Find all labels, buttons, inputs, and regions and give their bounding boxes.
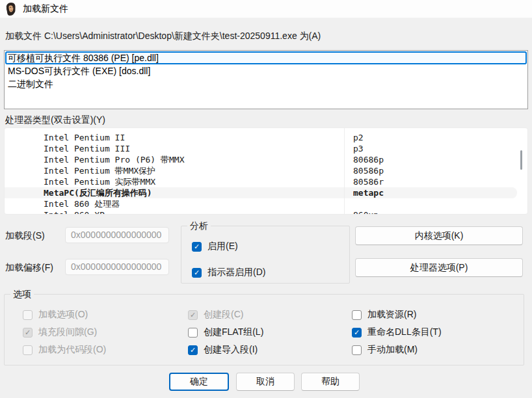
checkbox-label: 手动加载(M)	[367, 344, 418, 356]
processor-options-button[interactable]: 处理器选项(P)	[355, 258, 523, 277]
option-checkbox[interactable]: 加载资源(R)	[352, 309, 416, 321]
processor-name: Intel Pentium III	[5, 143, 344, 154]
processor-name: Intel Pentium II	[5, 132, 344, 143]
loading-segment-label: 加载段(S)	[5, 230, 45, 242]
ida-app-icon	[5, 2, 18, 16]
checkbox-box[interactable]	[352, 345, 362, 355]
loading-segment-input: 0x0000000000000000	[65, 227, 169, 243]
scrollbar-thumb[interactable]	[520, 150, 522, 170]
processor-id	[344, 198, 527, 209]
checkbox-box[interactable]	[188, 328, 198, 338]
processor-id: 80586p	[344, 165, 527, 176]
loading-offset-input: 0x0000000000000000	[65, 259, 169, 275]
help-button[interactable]: 帮助	[301, 373, 360, 391]
checkbox-label: 重命名DLL条目(T)	[367, 326, 442, 338]
checkbox-label: 指示器启用(D)	[207, 267, 265, 278]
checkbox-box[interactable]: ✓	[192, 268, 202, 278]
analysis-group: 分析 ✓启用(E)✓指示器启用(D)	[181, 226, 350, 284]
processor-id: metapc	[344, 187, 517, 198]
option-checkbox: 加载为代码段(O)	[23, 344, 106, 356]
loading-offset-label: 加载偏移(F)	[5, 262, 53, 274]
processor-row[interactable]: Intel Pentium 实际带MMX80586r	[5, 176, 527, 187]
cancel-button[interactable]: 取消	[236, 373, 295, 391]
options-group: 选项 加载选项(O)✓填充段间隙(G)加载为代码段(O)✓创建段(C)创建FLA…	[4, 294, 524, 365]
processor-id: 860xp	[344, 209, 527, 215]
analysis-group-title: 分析	[187, 220, 211, 232]
checkbox-box[interactable]: ✓	[352, 328, 362, 338]
processor-row[interactable]: Intel Pentium 带MMX保护80586p	[5, 165, 527, 176]
processor-name: Intel 860 处理器	[5, 198, 344, 209]
option-checkbox[interactable]: ✓重命名DLL条目(T)	[352, 326, 442, 338]
processor-row[interactable]: Intel Pentium IIp2	[5, 132, 527, 143]
processor-name: Intel Pentium Pro (P6) 带MMX	[5, 154, 344, 165]
checkbox-label: 启用(E)	[207, 241, 238, 252]
processor-id: 80686p	[344, 154, 527, 165]
option-checkbox: 加载选项(O)	[23, 309, 88, 321]
processor-name: Intel 860 XP	[5, 209, 344, 215]
checkbox-box	[23, 345, 33, 355]
option-checkbox[interactable]: 手动加载(M)	[352, 344, 418, 356]
checkbox-label: 创建导入段(I)	[204, 344, 258, 356]
processor-list[interactable]: Intel Pentium IIp2Intel Pentium IIIp3Int…	[4, 127, 528, 215]
processor-row[interactable]: Intel 860 XP860xp	[5, 209, 527, 215]
checkbox-box: ✓	[23, 328, 33, 338]
format-item[interactable]: 可移植可执行文件 80386 (PE) [pe.dll]	[5, 51, 527, 64]
checkbox-box[interactable]	[352, 310, 362, 320]
processor-name: MetaPC(反汇编所有操作码)	[5, 187, 344, 198]
format-item[interactable]: MS-DOS可执行文件 (EXE) [dos.dll]	[5, 64, 527, 77]
analysis-checkbox[interactable]: ✓指示器启用(D)	[192, 267, 265, 278]
checkbox-label: 加载资源(R)	[367, 309, 416, 321]
checkbox-label: 填充段间隙(G)	[38, 326, 97, 338]
checkbox-label: 创建段(C)	[204, 309, 243, 321]
format-item[interactable]: 二进制文件	[5, 77, 527, 90]
load-file-as-label: 加载文件 C:\Users\Administrator\Desktop\新建文件…	[5, 31, 321, 42]
processor-id: 80586r	[344, 176, 527, 187]
processor-row[interactable]: Intel 860 处理器	[5, 198, 527, 209]
ok-button[interactable]: 确定	[169, 373, 229, 391]
processor-id: p2	[344, 132, 527, 143]
checkbox-box[interactable]: ✓	[188, 345, 198, 355]
kernel-options-button[interactable]: 内核选项(K)	[355, 226, 523, 245]
checkbox-label: 加载为代码段(O)	[38, 344, 106, 356]
option-checkbox[interactable]: ✓创建导入段(I)	[188, 344, 258, 356]
processor-type-label: 处理器类型(双击设置)(Y)	[5, 114, 105, 126]
load-new-file-dialog: 加载新文件 加载文件 C:\Users\Administrator\Deskto…	[0, 0, 532, 398]
processor-row[interactable]: Intel Pentium Pro (P6) 带MMX80686p	[5, 154, 527, 165]
processor-name: Intel Pentium 带MMX保护	[5, 165, 344, 176]
checkbox-label: 加载选项(O)	[38, 309, 88, 321]
title-bar[interactable]: 加载新文件	[0, 0, 532, 18]
analysis-checkbox[interactable]: ✓启用(E)	[192, 241, 238, 252]
processor-name: Intel Pentium 实际带MMX	[5, 176, 344, 187]
window-title: 加载新文件	[23, 3, 68, 15]
checkbox-box	[23, 310, 33, 320]
file-format-list[interactable]: 可移植可执行文件 80386 (PE) [pe.dll]MS-DOS可执行文件 …	[4, 50, 528, 109]
checkbox-box: ✓	[188, 310, 198, 320]
option-checkbox[interactable]: 创建FLAT组(L)	[188, 326, 263, 338]
column-separator	[344, 128, 345, 215]
processor-id: p3	[344, 143, 527, 154]
option-checkbox: ✓创建段(C)	[188, 309, 243, 321]
processor-row[interactable]: MetaPC(反汇编所有操作码)metapc	[5, 187, 517, 198]
options-group-title: 选项	[10, 289, 34, 300]
option-checkbox: ✓填充段间隙(G)	[23, 326, 97, 338]
processor-row[interactable]: Intel Pentium IIIp3	[5, 143, 527, 154]
checkbox-label: 创建FLAT组(L)	[204, 326, 263, 338]
checkbox-box[interactable]: ✓	[192, 242, 202, 252]
